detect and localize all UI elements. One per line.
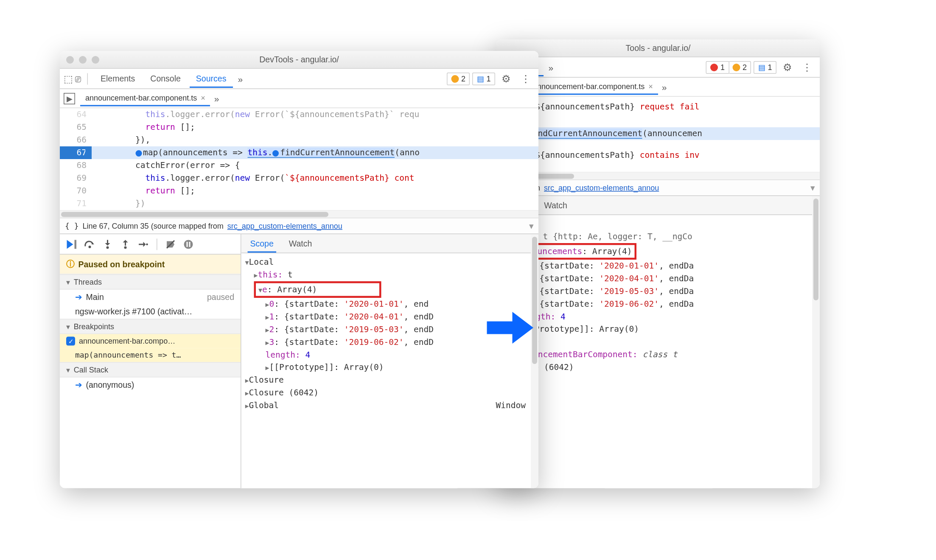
status-line: apped from src_app_custom-elements_annou… — [496, 179, 820, 196]
callstack-header[interactable]: ▼Call Stack — [60, 362, 241, 378]
toggle-icon[interactable]: ▾ — [529, 221, 534, 231]
svg-rect-8 — [189, 241, 191, 246]
tab-console[interactable]: Console — [144, 70, 187, 87]
breakpoint-item[interactable]: ✓ announcement-bar.compo… — [60, 334, 241, 348]
resume-icon[interactable] — [65, 237, 79, 251]
svg-point-2 — [106, 246, 109, 249]
window-title: DevTools - angular.io/ — [60, 55, 538, 64]
svg-point-6 — [184, 240, 193, 249]
breakpoints-header[interactable]: ▼Breakpoints — [60, 319, 241, 334]
source-map-link[interactable]: src_app_custom-elements_annou — [227, 221, 342, 230]
file-tab-active[interactable]: announcement-bar.component.ts× — [80, 91, 210, 106]
checkbox-icon[interactable]: ✓ — [66, 337, 75, 346]
status-line: { } Line 67, Column 35 (source mapped fr… — [60, 218, 538, 234]
file-tabs: ▶ announcement-bar.component.ts× » — [60, 89, 538, 108]
step-over-icon[interactable] — [83, 237, 97, 251]
file-tab-active[interactable]: announcement-bar.component.ts× — [528, 79, 658, 95]
settings-icon[interactable]: ⚙ — [498, 73, 514, 85]
scope-body[interactable]: ▼Local ▶this: t ▼e: Array(4) ▶0: {startD… — [241, 253, 539, 488]
settings-icon[interactable]: ⚙ — [779, 61, 796, 73]
svg-point-4 — [146, 243, 148, 245]
source-map-link[interactable]: src_app_custom-elements_annou — [544, 183, 659, 192]
messages-badge[interactable]: ▤1 — [754, 61, 776, 73]
pause-exceptions-icon[interactable] — [182, 237, 196, 251]
tab-watch[interactable]: Watch — [286, 235, 315, 252]
device-icon[interactable]: ⎚ — [75, 73, 81, 84]
watch-icon[interactable]: ▾ — [810, 183, 815, 193]
inspect-icon[interactable]: ⬚ — [64, 73, 73, 84]
step-out-icon[interactable] — [118, 237, 132, 251]
titlebar: Tools - angular.io/ — [496, 39, 820, 57]
window-title: Tools - angular.io/ — [496, 43, 820, 53]
info-icon: ⓘ — [66, 258, 75, 270]
more-files-icon[interactable]: » — [659, 82, 670, 92]
tab-sources[interactable]: Sources — [190, 70, 233, 88]
main-toolbar: Sources » 1 2 ▤1 ⚙ ⋮ — [496, 57, 820, 78]
breakpoint-code: map(announcements => t… — [60, 348, 241, 362]
step-icon[interactable] — [136, 237, 150, 251]
code-editor[interactable]: 64 this.logger.error(new Error(`${announ… — [60, 108, 538, 218]
titlebar: DevTools - angular.io/ — [60, 51, 538, 69]
kebab-menu-icon[interactable]: ⋮ — [517, 73, 535, 85]
error-badge[interactable]: 1 — [706, 61, 729, 73]
devtools-window-left: DevTools - angular.io/ ⬚ ⎚ Elements Cons… — [60, 51, 538, 488]
more-files-icon[interactable]: » — [212, 93, 222, 104]
traffic-lights[interactable] — [66, 56, 99, 63]
messages-badge[interactable]: ▤1 — [472, 72, 495, 85]
devtools-window-right: Tools - angular.io/ Sources » 1 2 ▤1 ⚙ ⋮… — [496, 39, 820, 488]
breakpoint-icon — [135, 150, 142, 156]
kebab-menu-icon[interactable]: ⋮ — [798, 61, 816, 73]
more-tabs-icon[interactable]: » — [235, 73, 245, 84]
paused-banner: ⓘ Paused on breakpoint — [60, 255, 241, 274]
svg-point-3 — [124, 246, 127, 249]
svg-rect-0 — [75, 240, 77, 249]
main-toolbar: ⬚ ⎚ Elements Console Sources » 2 ▤1 ⚙ ⋮ — [60, 69, 538, 89]
code-editor[interactable]: Error(`${announcementsPath} request fail… — [496, 97, 820, 179]
callstack-frame[interactable]: ➔ (anonymous) — [60, 378, 241, 392]
debug-toolbar — [60, 234, 241, 255]
svg-rect-7 — [187, 241, 188, 246]
thread-worker[interactable]: ngsw-worker.js #7100 (activat… — [60, 304, 241, 319]
svg-point-1 — [89, 245, 91, 248]
warning-badge[interactable]: 2 — [446, 72, 470, 85]
scope-tabs: Scope Watch — [241, 234, 539, 253]
threads-header[interactable]: ▼Threads — [60, 274, 241, 290]
tab-watch[interactable]: Watch — [541, 197, 570, 213]
tab-elements[interactable]: Elements — [94, 70, 141, 87]
thread-main[interactable]: ➔ Main paused — [60, 290, 241, 305]
format-icon[interactable]: { } — [65, 221, 79, 230]
step-into-icon[interactable] — [101, 237, 115, 251]
comparison-arrow-icon — [484, 309, 535, 349]
deactivate-breakpoints-icon[interactable] — [164, 237, 178, 251]
debugger-sidebar: ⓘ Paused on breakpoint ▼Threads ➔ Main p… — [60, 234, 241, 488]
close-icon[interactable]: × — [201, 93, 205, 102]
scope-tabs: Scope Watch — [496, 196, 820, 215]
navigator-icon[interactable]: ▶ — [64, 92, 75, 104]
more-tabs-icon[interactable]: » — [546, 62, 556, 72]
close-icon[interactable]: × — [648, 82, 653, 91]
warning-badge[interactable]: 2 — [729, 61, 751, 73]
tab-scope[interactable]: Scope — [248, 235, 276, 252]
file-tabs: d8.js announcement-bar.component.ts× » — [496, 78, 820, 97]
scope-body[interactable]: ▼Local ▶this: t {http: Ae, logger: T, __… — [496, 215, 820, 488]
